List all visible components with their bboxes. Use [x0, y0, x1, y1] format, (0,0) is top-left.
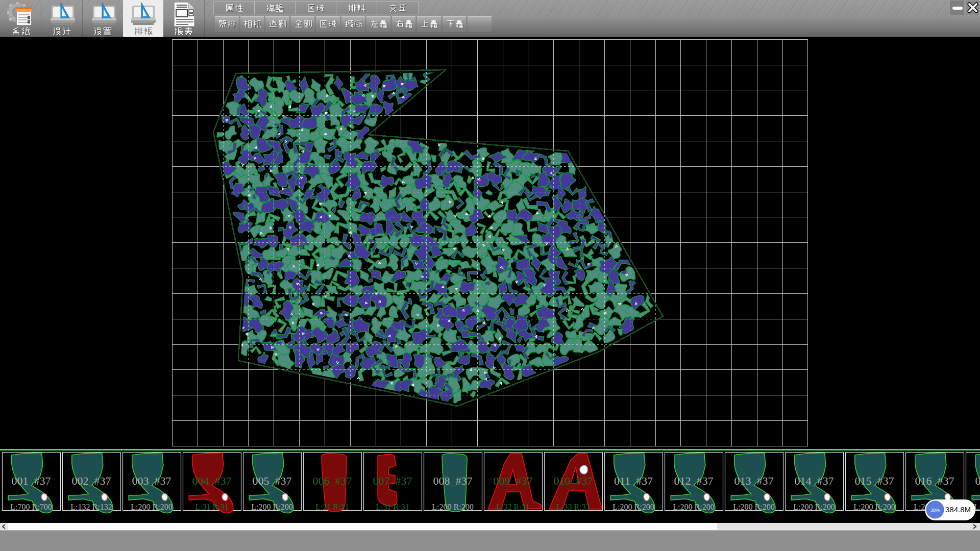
svg-text:013_#37: 013_#37 — [734, 474, 774, 487]
svg-text:010_#37: 010_#37 — [554, 474, 593, 487]
svg-text:L:31 R:31: L:31 R:31 — [195, 503, 228, 511]
svg-text:L:700 R:700: L:700 R:700 — [10, 503, 52, 511]
svg-text:L:200 R:200: L:200 R:200 — [612, 503, 654, 511]
svg-text:L:33 R:33: L:33 R:33 — [556, 503, 590, 511]
svg-text:L:21 R:21: L:21 R:21 — [315, 503, 349, 511]
svg-text:L:200 R:200: L:200 R:200 — [793, 503, 835, 511]
svg-text:002_#37: 002_#37 — [72, 474, 111, 487]
svg-text:L:32 R:31: L:32 R:31 — [496, 503, 529, 511]
svg-text:006_#37: 006_#37 — [313, 474, 352, 487]
svg-text:L:132 R:132: L:132 R:132 — [70, 503, 112, 511]
svg-text:012_#37: 012_#37 — [674, 474, 714, 487]
svg-text:017_#37: 017_#37 — [975, 474, 980, 487]
svg-text:001_#37: 001_#37 — [12, 474, 51, 487]
svg-text:L:200 R:200: L:200 R:200 — [131, 503, 172, 511]
svg-text:384.8M: 384.8M — [945, 505, 971, 514]
svg-text:008_#37: 008_#37 — [433, 474, 473, 487]
svg-text:016_#37: 016_#37 — [915, 474, 954, 487]
svg-text:003_#37: 003_#37 — [132, 474, 172, 487]
svg-text:015_#37: 015_#37 — [855, 474, 894, 487]
svg-text:014_#37: 014_#37 — [795, 474, 834, 487]
svg-text:005_#37: 005_#37 — [253, 474, 292, 487]
svg-text:L:200 R:200: L:200 R:200 — [733, 503, 774, 511]
svg-text:004_#37: 004_#37 — [192, 474, 232, 487]
svg-text:L:200 R:200: L:200 R:200 — [853, 503, 895, 511]
svg-text:011_#37: 011_#37 — [614, 474, 653, 487]
svg-text:L:200 R:200: L:200 R:200 — [432, 503, 473, 511]
svg-text:L:200 R:200: L:200 R:200 — [673, 503, 714, 511]
svg-text:L:200 R:200: L:200 R:200 — [251, 503, 292, 511]
svg-text:L:31 R:31: L:31 R:31 — [376, 503, 409, 511]
svg-text:009_#37: 009_#37 — [494, 474, 533, 487]
svg-text:007_#37: 007_#37 — [373, 474, 412, 487]
svg-text:38%: 38% — [930, 508, 940, 513]
